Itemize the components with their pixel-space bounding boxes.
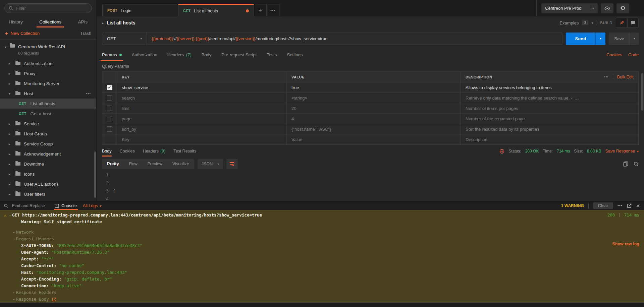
send-button[interactable]: Send (566, 33, 595, 45)
tab-collections[interactable]: Collections (37, 16, 64, 27)
tab-headers[interactable]: Headers (7) (167, 48, 192, 61)
tab-options-button[interactable]: ••• (267, 4, 279, 16)
caret-right-icon[interactable]: ▸ (102, 21, 104, 25)
sidebar-scrollbar[interactable] (94, 151, 96, 198)
response-body-editor[interactable]: 1 2 3 4 { "result": [ { "id": 174, (97, 170, 644, 201)
chevron-down-icon[interactable]: ▾ (592, 21, 593, 25)
response-tab-body[interactable]: Body (102, 146, 112, 157)
param-key[interactable]: show_service (117, 82, 287, 93)
param-key[interactable]: limit (117, 103, 287, 113)
show-raw-log-link[interactable]: Show raw log (612, 241, 639, 247)
console-tab[interactable]: Console (54, 201, 78, 210)
row-checkbox[interactable]: ✓ (107, 85, 112, 90)
view-tab-pretty[interactable]: Pretty (102, 159, 124, 169)
console-section-response-body[interactable]: ▸ Response Body (0, 296, 644, 303)
all-logs-filter[interactable]: All Logs ▾ (83, 203, 102, 208)
sidebar-item-acknowledgement[interactable]: ▸ Acknowledgement (0, 149, 96, 159)
tab-history[interactable]: History (6, 16, 25, 27)
param-description[interactable]: Allows to display services belonging to … (461, 82, 638, 93)
console-section-response-headers[interactable]: ▸ Response Headers (0, 289, 644, 296)
find-and-replace-button[interactable]: Find and Replace (11, 201, 46, 210)
request-tab-login[interactable]: POST Login (102, 4, 178, 16)
close-console-icon[interactable]: ✕ (636, 203, 640, 208)
more-options-icon[interactable]: ••• (86, 91, 91, 96)
param-value-placeholder[interactable]: Value (287, 134, 461, 144)
param-value[interactable]: {"host.name":"ASC"} (287, 124, 461, 134)
external-link-icon[interactable] (52, 284, 77, 303)
sidebar-item-icons[interactable]: ▸ Icons (0, 169, 96, 179)
param-description[interactable]: Number of items per pages (461, 103, 638, 113)
tab-apis[interactable]: APIs (75, 16, 90, 27)
row-checkbox[interactable] (107, 126, 112, 132)
sidebar-item-monitoring-server[interactable]: ▸ Monitoring Server (0, 78, 96, 88)
param-value[interactable]: <string> (287, 93, 461, 103)
sidebar-item-host[interactable]: ▾ Host ••• (0, 88, 96, 99)
param-value[interactable]: true (287, 82, 461, 93)
search-response-icon[interactable] (634, 162, 639, 167)
row-checkbox[interactable] (107, 106, 112, 111)
wrap-text-button[interactable] (226, 159, 238, 169)
format-select[interactable]: JSON ▾ (198, 159, 223, 169)
environment-settings-button[interactable]: ⚙ (616, 3, 629, 13)
params-scrollbar[interactable] (641, 73, 643, 111)
param-value[interactable]: 20 (287, 103, 461, 113)
sidebar-item-proxy[interactable]: ▸ Proxy (0, 68, 96, 78)
response-tab-test-results[interactable]: Test Results (173, 146, 196, 157)
environment-quicklook-button[interactable] (601, 3, 613, 13)
param-key[interactable]: page (117, 114, 287, 124)
response-tab-cookies[interactable]: Cookies (120, 146, 135, 157)
tab-settings[interactable]: Settings (287, 48, 303, 61)
view-tab-raw[interactable]: Raw (124, 159, 142, 169)
url-input[interactable]: {{protocol}}://{{server}}:{{port}}/centr… (147, 33, 562, 45)
param-value[interactable]: 4 (287, 114, 461, 124)
cookies-link[interactable]: Cookies (606, 52, 622, 57)
param-description[interactable]: Sort the resulted data by its properties (461, 124, 638, 134)
request-tab-list-all-hosts[interactable]: GET List all hosts (178, 4, 254, 16)
sidebar-request-list-all-hosts[interactable]: GET List all hosts (0, 99, 96, 109)
row-checkbox[interactable] (107, 95, 112, 101)
open-in-new-icon[interactable] (627, 203, 632, 208)
response-tab-headers[interactable]: Headers (9) (143, 146, 166, 157)
save-button[interactable]: Save (609, 33, 630, 45)
param-key[interactable]: sort_by (117, 124, 287, 134)
sidebar-request-get-a-host[interactable]: GET Get a host (0, 109, 96, 119)
comments-button[interactable] (627, 18, 638, 27)
method-select[interactable]: GET ▾ (102, 33, 147, 45)
param-description[interactable]: Number of the requested page (461, 114, 638, 124)
save-options-button[interactable]: ▾ (630, 33, 639, 45)
param-key-placeholder[interactable]: Key (117, 134, 287, 144)
tab-params[interactable]: Params (102, 48, 122, 61)
sidebar-item-host-group[interactable]: ▸ Host Group (0, 129, 96, 139)
console-section-request-headers[interactable]: ▾ Request Headers (0, 236, 644, 242)
sidebar-item-user-acl-actions[interactable]: ▸ User ACL actions (0, 179, 96, 189)
sidebar-item-downtime[interactable]: ▸ Downtime (0, 159, 96, 169)
filter-box[interactable] (4, 3, 92, 13)
sidebar-item-authentication[interactable]: ▸ Authentication (0, 58, 96, 68)
copy-icon[interactable] (623, 161, 628, 167)
environment-select[interactable]: Centreon Pre Prod ▾ (541, 3, 598, 13)
tab-prerequest-script[interactable]: Pre-request Script (221, 48, 257, 61)
console-section-network[interactable]: ▸ Network (0, 229, 644, 236)
clear-console-button[interactable]: Clear (593, 202, 613, 209)
caret-down-icon[interactable]: ▾ (8, 212, 12, 219)
tab-body[interactable]: Body (202, 48, 212, 61)
sidebar-item-user-filters[interactable]: ▸ User filters (0, 189, 96, 199)
param-key[interactable]: search (117, 93, 287, 103)
collection-root[interactable]: ▾ Centreon Web RestAPI 60 requests (0, 42, 96, 58)
new-collection-button[interactable]: + New Collection (5, 31, 40, 36)
sidebar-item-service[interactable]: ▸ Service (0, 119, 96, 129)
send-options-button[interactable]: ▾ (595, 33, 605, 45)
trash-button[interactable]: Trash (80, 31, 91, 36)
new-tab-button[interactable]: + (254, 4, 267, 16)
console-log[interactable]: ⚠ ▾ GET https://monitoring-preprod.compa… (0, 210, 644, 303)
table-options-icon[interactable]: ••• (604, 75, 609, 79)
examples-label[interactable]: Examples (559, 20, 579, 25)
view-tab-visualize[interactable]: Visualize (167, 159, 194, 169)
code-link[interactable]: Code (628, 52, 639, 57)
save-response-button[interactable]: Save Response ▾ (605, 149, 639, 154)
tab-tests[interactable]: Tests (267, 48, 277, 61)
bulk-edit-link[interactable]: Bulk Edit (617, 75, 634, 79)
search-icon[interactable] (4, 204, 8, 208)
caret-down-icon[interactable]: ▾ (5, 45, 6, 49)
row-checkbox[interactable] (107, 116, 112, 121)
